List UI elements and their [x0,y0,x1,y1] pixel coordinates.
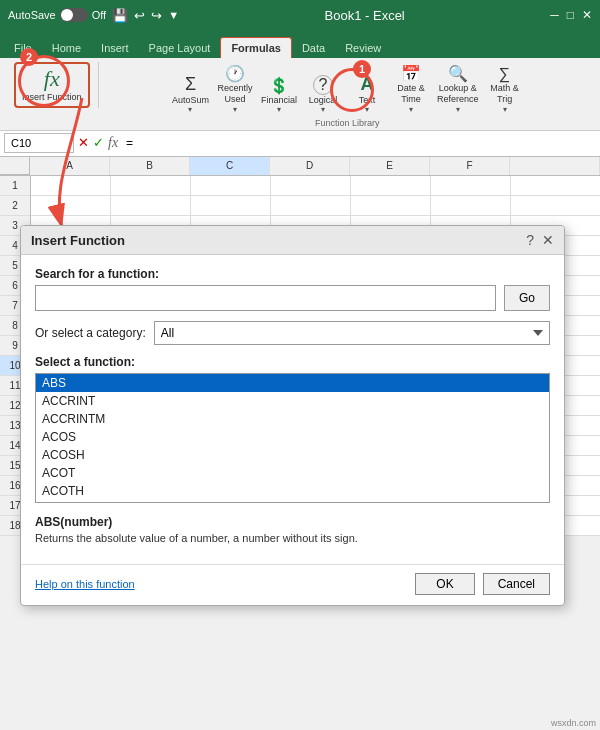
dialog-body: Search for a function: Go Or select a ca… [21,255,564,560]
dialog-help-icon[interactable]: ? [526,232,534,248]
ribbon: fx Insert Function Σ AutoSum ▾ 🕐 Recentl… [0,58,600,131]
grid-cell[interactable] [191,176,271,196]
grid-cell[interactable] [111,176,191,196]
lookup-ref-button[interactable]: 🔍 Lookup &Reference ▾ [434,62,482,116]
save-icon[interactable]: 💾 [112,8,128,23]
undo-icon[interactable]: ↩ [134,8,145,23]
grid-cell[interactable] [351,176,431,196]
grid-cell-filler [511,176,600,196]
column-headers-row: A B C D E F [0,157,600,176]
grid-cell[interactable] [31,196,111,216]
lookup-ref-dropdown-icon: ▾ [456,105,460,114]
title-bar-left: AutoSave Off 💾 ↩ ↪ ▼ [8,8,179,23]
insert-function-formula-icon[interactable]: fx [108,135,118,151]
function-item-accrint[interactable]: ACCRINT [36,392,549,410]
cancel-formula-icon[interactable]: ✕ [78,135,89,151]
logical-dropdown-icon: ▾ [321,105,325,114]
insert-function-button[interactable]: fx Insert Function [14,62,90,108]
math-trig-dropdown-icon: ▾ [503,105,507,114]
col-header-a: A [30,157,110,175]
name-box[interactable] [4,133,74,153]
ok-button[interactable]: OK [415,573,474,595]
autosave-toggle-switch[interactable] [60,8,88,22]
logical-label: Logical [309,95,338,105]
cancel-button[interactable]: Cancel [483,573,550,595]
date-time-dropdown-icon: ▾ [409,105,413,114]
col-header-e: E [350,157,430,175]
col-header-d: D [270,157,350,175]
corner-cell [0,157,30,175]
math-trig-button[interactable]: ∑ Math &Trig ▾ [484,63,526,116]
grid-cell[interactable] [191,196,271,216]
logical-icon: ? [313,75,333,95]
sigma-icon: Σ [185,74,196,95]
fx-icon: fx [44,68,60,90]
financial-icon: 💲 [269,76,289,95]
text-button[interactable]: A Text ▾ [346,72,388,116]
tab-data[interactable]: Data [292,38,335,58]
grid-cell[interactable] [111,196,191,216]
minimize-icon[interactable]: ─ [550,8,559,22]
formula-input[interactable] [122,136,596,150]
help-link[interactable]: Help on this function [35,578,135,590]
function-item-acoth[interactable]: ACOTH [36,482,549,500]
function-item-abs[interactable]: ABS [36,374,549,392]
confirm-formula-icon[interactable]: ✓ [93,135,104,151]
tab-review[interactable]: Review [335,38,391,58]
function-list[interactable]: ABS ACCRINT ACCRINTM ACOS ACOSH ACOT ACO… [35,373,550,503]
grid-row [31,196,600,216]
date-time-label: Date &Time [397,83,425,105]
function-item-acot[interactable]: ACOT [36,464,549,482]
go-button[interactable]: Go [504,285,550,311]
search-label: Search for a function: [35,267,550,281]
function-item-acos[interactable]: ACOS [36,428,549,446]
dialog-close-icon[interactable]: ✕ [542,232,554,248]
category-row: Or select a category: All Most Recently … [35,321,550,345]
tab-page-layout[interactable]: Page Layout [139,38,221,58]
col-header-g [510,157,600,175]
recently-used-dropdown-icon: ▾ [233,105,237,114]
close-icon[interactable]: ✕ [582,8,592,22]
function-description-area: ABS(number) Returns the absolute value o… [35,511,550,548]
formula-icons: ✕ ✓ fx [78,135,118,151]
text-label: Text [359,95,376,105]
grid-cell[interactable] [271,196,351,216]
search-input[interactable] [35,285,496,311]
tab-formulas[interactable]: Formulas [220,37,292,58]
grid-cell[interactable] [271,176,351,196]
maximize-icon[interactable]: □ [567,8,574,22]
function-description: Returns the absolute value of a number, … [35,532,550,544]
customize-icon[interactable]: ▼ [168,9,179,21]
math-trig-label: Math &Trig [490,83,519,105]
tab-insert[interactable]: Insert [91,38,139,58]
function-library-label: Function Library [315,118,380,128]
date-time-button[interactable]: 📅 Date &Time ▾ [390,62,432,116]
grid-cell[interactable] [431,176,511,196]
category-label: Or select a category: [35,326,146,340]
formula-bar: ✕ ✓ fx [0,131,600,157]
recently-used-button[interactable]: 🕐 RecentlyUsed ▾ [214,62,256,116]
grid-cell-filler [511,196,600,216]
autosum-dropdown-icon: ▾ [188,105,192,114]
recently-used-label: RecentlyUsed [217,83,252,105]
autosave-toggle[interactable]: AutoSave Off [8,8,106,22]
category-select[interactable]: All Most Recently Used Financial Date & … [154,321,550,345]
redo-icon[interactable]: ↪ [151,8,162,23]
dialog-title-bar: Insert Function ? ✕ [21,226,564,255]
grid-cell[interactable] [31,176,111,196]
autosum-label: AutoSum [172,95,209,105]
select-function-label: Select a function: [35,355,550,369]
text-dropdown-icon: ▾ [365,105,369,114]
col-header-b: B [110,157,190,175]
grid-cell[interactable] [431,196,511,216]
financial-label: Financial [261,95,297,105]
grid-cell[interactable] [351,196,431,216]
financial-button[interactable]: 💲 Financial ▾ [258,74,300,116]
logical-button[interactable]: ? Logical ▾ [302,73,344,116]
function-item-accrintm[interactable]: ACCRINTM [36,410,549,428]
watermark: wsxdn.com [551,718,596,728]
tab-home[interactable]: Home [42,38,91,58]
function-item-acosh[interactable]: ACOSH [36,446,549,464]
autosum-button[interactable]: Σ AutoSum ▾ [169,72,212,116]
lookup-ref-label: Lookup &Reference [437,83,479,105]
